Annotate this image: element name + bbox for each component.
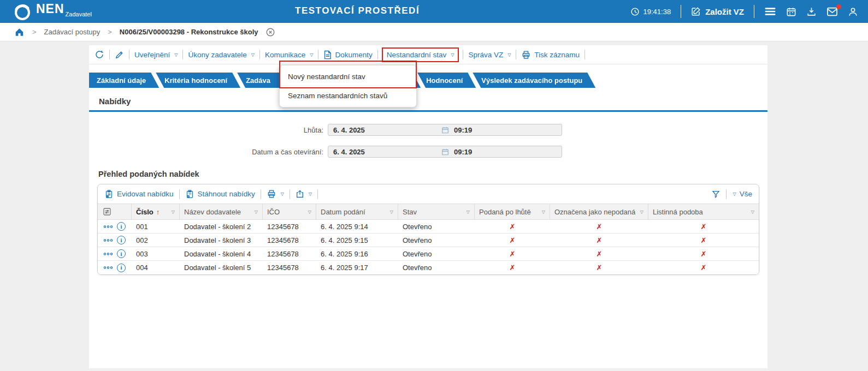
row-actions-icon[interactable] — [103, 238, 113, 242]
tab-label: Hodnocení — [426, 76, 463, 85]
stahnout-label: Stáhnout nabídky — [198, 190, 255, 198]
column-settings-cell[interactable] — [98, 204, 132, 219]
menu-sprava-vz[interactable]: Správa VZ ▽ — [468, 51, 511, 59]
lhuta-date-value: 6. 4. 2025 — [333, 126, 365, 134]
download-icon[interactable] — [806, 7, 817, 17]
section-rule — [89, 110, 767, 112]
nen-logo[interactable]: NEN Zadavatel — [13, 2, 92, 22]
lhuta-label: Lhůta: — [89, 126, 328, 134]
chevron-down-icon: ▽ — [251, 52, 255, 57]
refresh-button[interactable] — [95, 50, 104, 59]
column-menu-icon[interactable]: ▽ — [172, 210, 175, 214]
menu-dokumenty[interactable]: Dokumenty — [323, 50, 372, 59]
create-vz-button[interactable]: Založit VZ — [691, 7, 744, 16]
menu-uverejneni-label: Uveřejnění — [134, 51, 170, 59]
column-label: Podaná po lhůtě — [479, 208, 531, 216]
document-icon — [323, 50, 332, 59]
column-label: Datum podání — [321, 208, 365, 216]
home-icon[interactable] — [14, 27, 25, 37]
otevirani-datetime-field[interactable]: 6. 4. 2025 09:19 — [328, 146, 562, 158]
menu-item-seznam-nestandardnich-stavu[interactable]: Seznam nestandardních stavů — [280, 86, 416, 105]
table-row[interactable]: i 001 Dodavatel - školení 2 12345678 6. … — [98, 220, 759, 234]
procedure-toolbar: Uveřejnění ▽ Úkony zadavatele ▽ Komunika… — [89, 45, 767, 64]
cell-ico: 12345678 — [263, 223, 316, 231]
edit-button[interactable] — [115, 50, 124, 59]
vse-filter-button[interactable]: ▽ Vše — [732, 190, 752, 198]
menu-uverejneni[interactable]: Uveřejnění ▽ — [134, 51, 178, 59]
column-menu-icon[interactable]: ▽ — [751, 210, 754, 214]
nen-logo-icon — [13, 3, 32, 22]
cell-cislo: 001 — [132, 223, 180, 231]
column-header-po-lhute[interactable]: Podaná po lhůtě ▽ — [475, 204, 550, 219]
calendar-icon[interactable] — [786, 7, 796, 17]
messages-icon[interactable] — [826, 7, 838, 16]
row-actions-icon[interactable] — [103, 225, 113, 229]
column-menu-icon[interactable]: ▽ — [467, 210, 470, 214]
column-menu-icon[interactable]: ▽ — [390, 210, 393, 214]
menu-komunikace[interactable]: Komunikace ▽ — [265, 51, 313, 59]
divider — [516, 50, 516, 59]
info-icon[interactable]: i — [117, 222, 126, 231]
column-header-cislo[interactable]: Číslo ↑ ▽ — [132, 204, 180, 219]
column-menu-icon[interactable]: ▽ — [308, 210, 311, 214]
tab-zakladni-udaje[interactable]: Základní údaje — [89, 73, 159, 88]
divider — [681, 5, 681, 18]
cell-ico: 12345678 — [263, 236, 316, 244]
row-actions-icon[interactable] — [103, 266, 113, 270]
menu-sprava-label: Správa VZ — [468, 51, 503, 59]
menu-item-novy-nestandardni-stav[interactable]: Nový nestandardní stav — [280, 67, 416, 86]
cell-cislo: 004 — [132, 264, 180, 272]
cell-nazev: Dodavatel - školení 3 — [180, 236, 263, 244]
table-row[interactable]: i 003 Dodavatel - školení 4 12345678 6. … — [98, 247, 759, 261]
column-header-datum[interactable]: Datum podání ▽ — [316, 204, 398, 219]
menu-ukony-zadavatele[interactable]: Úkony zadavatele ▽ — [188, 51, 254, 59]
cross-icon: ✗ — [597, 223, 603, 231]
info-icon[interactable]: i — [117, 264, 126, 272]
column-header-ico[interactable]: IČO ▽ — [263, 204, 316, 219]
chevron-down-icon: ▽ — [309, 192, 312, 196]
tab-kriteria-hodnoceni[interactable]: Kritéria hodnocení — [156, 73, 240, 88]
lhuta-datetime-field[interactable]: 6. 4. 2025 09:19 — [328, 124, 562, 136]
tab-strip: Základní údaje Kritéria hodnocení Zadáva… — [89, 73, 767, 88]
column-menu-icon[interactable]: ▽ — [255, 210, 258, 214]
tab-vysledek[interactable]: Výsledek zadávacího postupu — [473, 73, 595, 88]
cell-datum: 6. 4. 2025 9:17 — [316, 264, 398, 272]
column-header-stav[interactable]: Stav ▽ — [398, 204, 475, 219]
cross-icon: ✗ — [701, 236, 707, 244]
stahnout-nabidky-button[interactable]: Stáhnout nabídky — [185, 189, 255, 199]
column-header-nepodana[interactable]: Označena jako nepodaná ▽ — [550, 204, 648, 219]
table-header-row: Číslo ↑ ▽ Název dodavatele ▽ IČO ▽ Datum… — [98, 204, 759, 220]
cross-icon: ✗ — [701, 264, 707, 272]
column-label: Název dodavatele — [184, 208, 241, 216]
deadline-form: Lhůta: 6. 4. 2025 09:19 Datum a čas otev… — [89, 124, 767, 158]
breadcrumb-zadavaci-postupy[interactable]: Zadávací postupy — [44, 28, 101, 36]
menu-nestandardni-stav[interactable]: Nestandardní stav ▽ — [382, 47, 459, 62]
divider — [317, 189, 318, 199]
divider — [259, 50, 260, 59]
print-table-button[interactable]: ▽ — [267, 189, 284, 199]
divider — [754, 5, 754, 18]
filter-icon[interactable] — [711, 189, 721, 199]
column-label: Listinná podoba — [653, 208, 703, 216]
column-menu-icon[interactable]: ▽ — [640, 210, 643, 214]
info-icon[interactable]: i — [117, 236, 126, 244]
user-profile-icon[interactable] — [848, 7, 858, 17]
tab-hodnoceni[interactable]: Hodnocení — [417, 73, 476, 88]
close-procedure-icon[interactable] — [265, 27, 275, 37]
cross-icon: ✗ — [597, 250, 603, 258]
breadcrumb-current-procedure: N006/25/V00003298 - Rekonstrukce školy — [120, 28, 258, 36]
table-row[interactable]: i 004 Dodavatel - školení 5 12345678 6. … — [98, 261, 759, 274]
table-row[interactable]: i 002 Dodavatel - školení 3 12345678 6. … — [98, 234, 759, 247]
column-menu-icon[interactable]: ▽ — [542, 210, 545, 214]
info-icon[interactable]: i — [117, 249, 126, 258]
evidovat-nabidku-button[interactable]: Evidovat nabídku — [104, 189, 174, 199]
divider — [377, 50, 378, 59]
menu-hamburger-icon[interactable] — [764, 7, 776, 16]
column-header-listinna[interactable]: Listinná podoba ▽ — [648, 204, 759, 219]
column-header-nazev[interactable]: Název dodavatele ▽ — [180, 204, 263, 219]
cross-icon: ✗ — [701, 250, 707, 258]
print-record-button[interactable]: Tisk záznamu — [521, 50, 580, 59]
export-button[interactable]: ▽ — [296, 189, 312, 199]
row-actions-icon[interactable] — [103, 252, 113, 256]
brand-name: NEN — [36, 2, 64, 15]
